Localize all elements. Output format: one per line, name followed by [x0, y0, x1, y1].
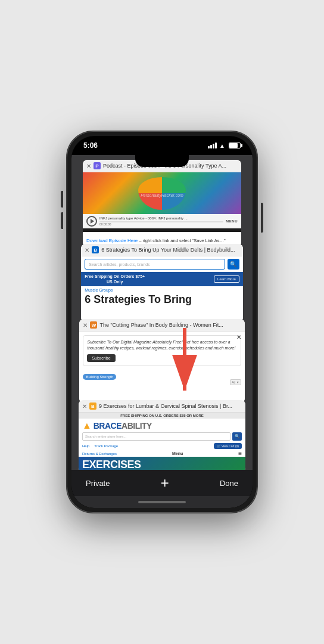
wifi-icon: ▲ [219, 143, 225, 149]
brace-nav: Help Track Package 🛒 View Cart (0) [79, 442, 245, 450]
exercises-line1: EXERCISES [82, 459, 242, 470]
brace-track-link[interactable]: Track Package [94, 444, 118, 448]
play-icon [91, 219, 94, 224]
status-bar: 5:06 ▲ [71, 136, 253, 155]
tab3-popup: Subscribe To Our Digital Magazine Absolu… [83, 335, 241, 366]
brace-menu-button[interactable]: Menu [172, 451, 183, 456]
tabs-area: ✕ P Podcast - Episode 0034 - INFJ Person… [71, 155, 253, 470]
tab4-header: ✕ B 9 Exercises for Lumbar & Cervical Sp… [79, 400, 245, 413]
bb-learn-more-button[interactable]: Learn More [214, 275, 239, 283]
tab3-content: ✕ Subscribe To Our Digital Magazine Abso… [79, 332, 244, 403]
tab2-favicon: B [92, 246, 99, 253]
tab4-title: 9 Exercises for Lumbar & Cervical Spinal… [99, 403, 242, 409]
status-icons: ▲ [208, 143, 241, 149]
tab-wrapper-3: ✕ W The "Cutting Phase" In Body Building… [79, 319, 244, 403]
brace-returns-link[interactable]: Returns & Exchanges [82, 452, 117, 456]
play-button[interactable] [86, 216, 97, 227]
download-episode-link[interactable]: Download Episode Here [86, 238, 138, 243]
tab-card-2[interactable]: ✕ B 6 Strategies To Bring Up Your Middle… [81, 244, 243, 322]
power-button[interactable] [261, 203, 263, 233]
tab4-favicon: B [89, 402, 96, 410]
brace-logo-text: ▲ BRACEABILITY [82, 421, 152, 431]
hamburger-icon[interactable]: ≡ [238, 450, 242, 457]
player-title: INFJ personality type Advice - 0034: INF… [99, 216, 223, 220]
popup-close-button[interactable]: ✕ [236, 334, 241, 340]
bb-search-input[interactable]: Search articles, products, brands [85, 259, 225, 270]
tab3-close-button[interactable]: ✕ [83, 322, 88, 329]
tab2-content: Search articles, products, brands 🔍 Free… [81, 256, 243, 322]
bb-search-bar: Search articles, products, brands 🔍 [81, 256, 243, 272]
brace-search-row: Search entire store here... 🔍 [79, 431, 245, 442]
tab1-brain-image: PersonalityHacker.com [83, 172, 241, 214]
tab-card-3[interactable]: ✕ W The "Cutting Phase" In Body Building… [79, 319, 244, 403]
tabs-stack: ✕ P Podcast - Episode 0034 - INFJ Person… [79, 160, 245, 470]
tab-wrapper-1: ✕ P Podcast - Episode 0034 - INFJ Person… [83, 160, 241, 247]
brace-arrow-icon: ▲ [82, 420, 91, 431]
tab4-content: FREE SHIPPING ON U.S. ORDERS $35 OR MORE… [79, 413, 245, 470]
menu-button[interactable]: MENU [226, 219, 238, 223]
signal-icon [208, 143, 217, 148]
bb-heading: 6 Strategies To Bring [81, 294, 243, 306]
bb-shipping-bar: Free Shipping On Orders $75+ US Only Lea… [81, 272, 243, 286]
exercises-heading: EXERCISES TO TREAT [79, 457, 245, 470]
volume-up-button[interactable] [61, 191, 63, 208]
player-time: 00:00:00 [99, 222, 223, 226]
home-indicator[interactable] [71, 496, 253, 508]
tab1-description: – right click link and select "Save Link… [138, 238, 225, 243]
search-icon: 🔍 [235, 434, 240, 439]
tab1-content: PersonalityHacker.com INFJ personality t… [83, 172, 241, 232]
tab-wrapper-2: ✕ B 6 Strategies To Bring Up Your Middle… [81, 244, 243, 322]
bb-shipping-text: Free Shipping On Orders $75+ US Only [85, 274, 145, 284]
tab2-title: 6 Strategies To Bring Up Your Middle Del… [101, 247, 239, 253]
tab2-close-button[interactable]: ✕ [85, 247, 89, 253]
private-button[interactable]: Private [86, 479, 110, 488]
notch [135, 155, 189, 167]
tab1-close-button[interactable]: ✕ [86, 163, 91, 169]
subscribe-button[interactable]: Subscribe [87, 354, 115, 362]
tab1-player: INFJ personality type Advice - 0034: INF… [83, 214, 241, 228]
player-info: INFJ personality type Advice - 0034: INF… [99, 216, 223, 226]
tab2-header: ✕ B 6 Strategies To Bring Up Your Middle… [81, 244, 243, 256]
brace-search-input[interactable]: Search entire store here... [82, 432, 230, 441]
done-button[interactable]: Done [220, 479, 238, 488]
building-strength-tag[interactable]: Building Strength [83, 374, 116, 380]
add-tab-button[interactable]: + [161, 476, 169, 490]
status-time: 5:06 [83, 141, 98, 150]
tab4-close-button[interactable]: ✕ [82, 403, 87, 410]
watermark: PersonalityHacker.com [141, 193, 183, 197]
home-indicator-bar [138, 501, 186, 503]
brace-bottom-nav: Returns & Exchanges Menu ≡ [79, 450, 245, 457]
brace-search-button[interactable]: 🔍 [232, 432, 242, 441]
tab-card-1[interactable]: ✕ P Podcast - Episode 0034 - INFJ Person… [83, 160, 241, 247]
cart-label: View Cart (0) [222, 444, 239, 448]
brace-help-link[interactable]: Help [82, 444, 89, 448]
brace-shipping-bar: FREE SHIPPING ON U.S. ORDERS $35 OR MORE [79, 413, 245, 419]
brace-cart-button[interactable]: 🛒 View Cart (0) [214, 443, 242, 449]
search-icon: 🔍 [230, 261, 236, 267]
bb-search-button[interactable]: 🔍 [228, 259, 239, 270]
tab3-header: ✕ W The "Cutting Phase" In Body Building… [79, 319, 244, 332]
popup-text: Subscribe To Our Digital Magazine Absolu… [87, 339, 236, 351]
bottom-bar: Private + Done [71, 470, 253, 496]
phone-screen: 5:06 ▲ [71, 136, 253, 508]
brace-ability: ABILITY [122, 421, 152, 431]
brace-name: BRACE [94, 421, 122, 431]
ad-badge: Ad ▼ [230, 379, 241, 385]
tab1-favicon: P [94, 162, 101, 169]
volume-down-button[interactable] [61, 212, 63, 229]
phone-frame: 5:06 ▲ [67, 131, 257, 513]
tab-card-4[interactable]: ✕ B 9 Exercises for Lumbar & Cervical Sp… [79, 400, 245, 470]
brace-logo: ▲ BRACEABILITY [79, 419, 245, 431]
tab-wrapper-4: ✕ B 9 Exercises for Lumbar & Cervical Sp… [79, 400, 245, 470]
tab3-title: The "Cutting Phase" In Body Building - W… [99, 322, 241, 328]
tab3-favicon: W [90, 321, 97, 329]
cart-icon: 🛒 [217, 444, 220, 448]
battery-icon [229, 143, 241, 148]
